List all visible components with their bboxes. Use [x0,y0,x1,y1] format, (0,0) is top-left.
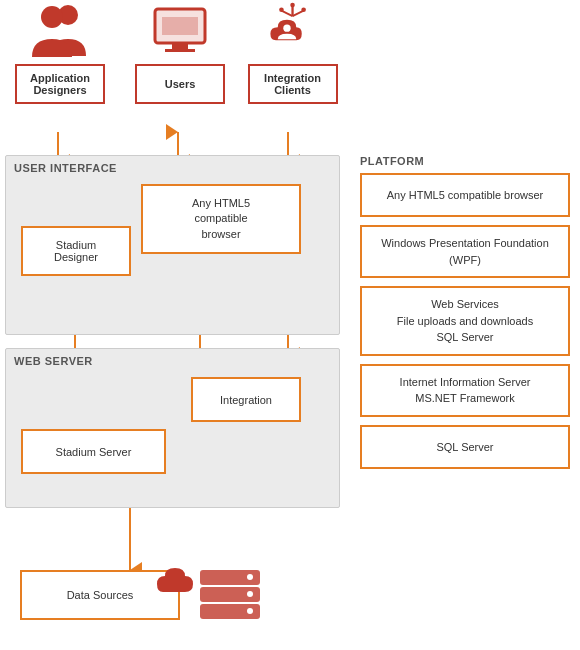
html5-browser-ui-box: Any HTML5 compatible browser [141,184,301,254]
architecture-diagram: Application Designers Users [0,0,580,650]
actor-app-designers: Application Designers [10,0,110,104]
platform-webservices-box: Web Services File uploads and downloads … [360,286,570,356]
users-icon [150,0,210,60]
platform-section: PLATFORM Any HTML5 compatible browser Wi… [360,155,570,477]
platform-html5-box: Any HTML5 compatible browser [360,173,570,217]
user-interface-label: USER INTERFACE [14,162,117,174]
platform-iis-box: Internet Information Server MS.NET Frame… [360,364,570,417]
svg-rect-21 [165,49,195,52]
svg-point-33 [247,574,253,580]
stadium-designer-box: Stadium Designer [21,226,131,276]
integration-clients-icon [263,0,323,60]
stadium-server-box: Stadium Server [21,429,166,474]
integration-clients-box: Integration Clients [248,64,338,104]
user-interface-section: USER INTERFACE Any HTML5 compatible brow… [5,155,340,335]
svg-point-17 [41,6,63,28]
svg-line-25 [292,11,303,17]
users-box: Users [135,64,225,104]
web-server-section: WEB SERVER Integration Stadium Server [5,348,340,508]
integration-box: Integration [191,377,301,422]
cloud-svg [155,560,200,600]
platform-label: PLATFORM [360,155,570,167]
platform-sql-box: SQL Server [360,425,570,469]
app-designers-box: Application Designers [15,64,105,104]
svg-point-26 [279,7,284,12]
person-group-svg [30,1,90,59]
svg-point-35 [247,608,253,614]
database-icon [195,565,265,628]
svg-point-27 [301,7,306,12]
svg-point-29 [283,24,290,31]
web-server-label: WEB SERVER [14,355,93,367]
svg-line-24 [281,11,292,17]
svg-rect-20 [172,43,188,49]
database-svg [195,565,265,625]
monitor-svg [150,1,210,59]
app-designers-icon [30,0,90,60]
actor-integration-clients: Integration Clients [240,0,345,104]
cloud-person-svg [263,1,323,59]
svg-point-28 [290,3,295,8]
actor-users: Users [130,0,230,104]
cloud-icon [155,560,200,603]
platform-wpf-box: Windows Presentation Foundation (WPF) [360,225,570,278]
svg-point-34 [247,591,253,597]
svg-rect-22 [162,17,198,35]
